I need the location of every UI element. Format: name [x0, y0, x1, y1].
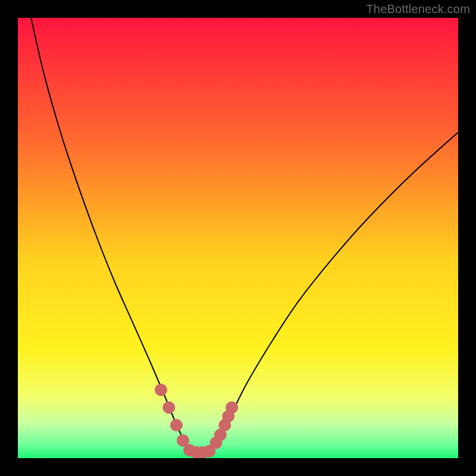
- plot-area: [18, 18, 458, 458]
- gradient-background: [18, 18, 458, 458]
- marker-point: [155, 384, 167, 396]
- marker-point: [163, 402, 175, 414]
- chart-frame: TheBottleneck.com: [0, 0, 476, 476]
- watermark-text: TheBottleneck.com: [366, 2, 470, 16]
- marker-point: [226, 402, 238, 414]
- plot-svg: [18, 18, 458, 458]
- marker-point: [170, 419, 182, 431]
